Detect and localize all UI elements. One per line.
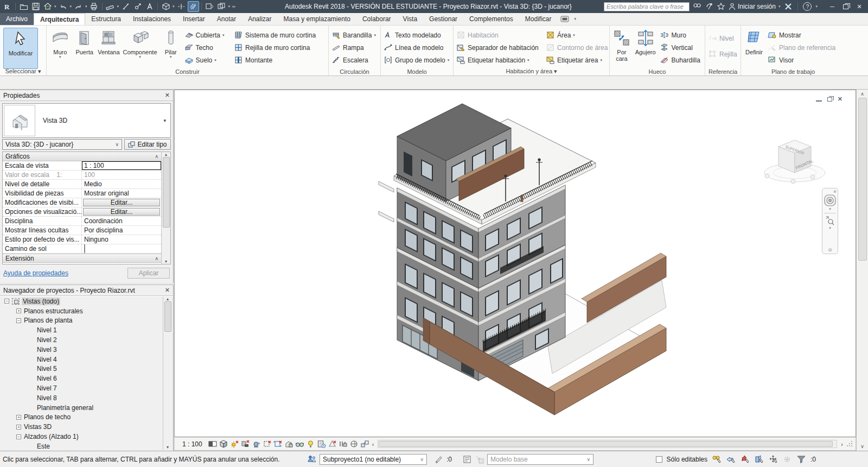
view-minimize-icon[interactable]: [816, 97, 822, 102]
tree-item-nivel-2[interactable]: Nivel 2: [0, 335, 173, 345]
open-icon[interactable]: [18, 1, 29, 12]
vertical-opening-button[interactable]: Vertical: [658, 42, 704, 53]
sun-path-icon[interactable]: [230, 439, 239, 449]
scroll-thumb[interactable]: [163, 157, 170, 228]
tree-item-nivel-7[interactable]: Nivel 7: [0, 383, 173, 393]
scroll-up-icon[interactable]: ▴: [167, 296, 169, 301]
chevron-down-icon[interactable]: ▾: [85, 4, 87, 9]
help-search-input[interactable]: Escriba palabra clave o frase: [604, 2, 690, 11]
apply-button[interactable]: Aplicar: [127, 268, 170, 279]
tab-archivo[interactable]: Archivo: [0, 13, 34, 25]
discipline-value[interactable]: Coordinación: [82, 217, 161, 225]
design-options-icon[interactable]: [434, 455, 444, 464]
show-analytical-model-icon[interactable]: [328, 439, 337, 449]
editable-only-checkbox[interactable]: [656, 456, 662, 463]
active-workset-combo[interactable]: Subproyecto1 (no editable)∨: [320, 454, 427, 465]
horizontal-scrollbar[interactable]: [378, 440, 837, 448]
roof-button[interactable]: Cubierta▾: [183, 29, 232, 41]
scroll-thumb[interactable]: [379, 441, 833, 447]
type-selector[interactable]: Vista 3D ▾: [2, 103, 171, 138]
model-group-button[interactable]: Grupo de modelo▾: [382, 54, 452, 66]
tree-item-planos-de-planta[interactable]: −Planos de planta: [0, 316, 173, 326]
sun-path-checkbox[interactable]: [84, 244, 85, 253]
shaft-opening-button[interactable]: Agujero: [633, 27, 659, 67]
opening-by-face-button[interactable]: Porcara: [611, 27, 633, 67]
tab-anotar[interactable]: Anotar: [211, 13, 242, 25]
chevron-down-icon[interactable]: ▾: [574, 17, 576, 21]
tag-area-button[interactable]: Etiquetar área▾: [544, 54, 608, 66]
tree-item-planimetria-general[interactable]: Planimetría general: [0, 403, 173, 413]
search-icon[interactable]: [693, 2, 702, 11]
chevron-down-icon[interactable]: ▾: [778, 4, 781, 9]
tab-colaborar[interactable]: Colaborar: [356, 13, 397, 25]
worksharing-display-icon[interactable]: [349, 439, 359, 449]
expand-toggle[interactable]: +: [16, 308, 21, 313]
tree-item-este[interactable]: Este: [0, 441, 173, 451]
tree-item-planos-estructurales[interactable]: +Planos estructurales: [0, 306, 173, 316]
curtain-grid-button[interactable]: Rejilla de muro cortina: [232, 42, 327, 53]
close-icon[interactable]: ✕: [165, 287, 170, 294]
render-dialog-icon[interactable]: [252, 439, 261, 449]
model-line-button[interactable]: Línea de modelo: [382, 42, 452, 53]
properties-header[interactable]: Propiedades✕: [0, 90, 173, 101]
active-design-option-combo[interactable]: Modelo base∨: [487, 454, 593, 465]
customize-qat-icon[interactable]: ≂: [232, 4, 236, 9]
section-extension[interactable]: Extensión∧: [3, 254, 161, 263]
view-close-icon[interactable]: ✕: [838, 96, 843, 103]
resize-grip[interactable]: [846, 441, 852, 447]
select-links-icon[interactable]: [712, 455, 722, 464]
navbar-collapse-icon[interactable]: ⊖: [828, 247, 832, 254]
room-button[interactable]: Habitación: [455, 29, 544, 41]
room-separator-button[interactable]: Separador de habitación: [455, 42, 544, 53]
temporary-view-properties-icon[interactable]: [317, 439, 326, 449]
print-icon[interactable]: [88, 1, 100, 12]
worksets-icon[interactable]: [307, 455, 317, 464]
tree-item-nivel-3[interactable]: Nivel 3: [0, 345, 173, 355]
scroll-down-icon[interactable]: ▾: [167, 445, 169, 450]
tree-item-vistas-todo[interactable]: −Vistas (todo): [0, 296, 173, 306]
workplane-viewer-button[interactable]: Visor: [766, 54, 844, 66]
gear-icon[interactable]: [782, 455, 792, 464]
set-workplane-button[interactable]: Definir: [742, 27, 766, 67]
dormer-opening-button[interactable]: Buhardilla: [658, 54, 704, 66]
scale-value-input[interactable]: 1 : 100: [82, 161, 161, 170]
text-icon[interactable]: [144, 1, 155, 12]
close-icon[interactable]: ✕: [165, 92, 170, 99]
detail-level-icon[interactable]: [208, 439, 218, 449]
component-button[interactable]: Componente▾: [121, 27, 159, 67]
ramp-button[interactable]: Rampa: [330, 42, 379, 53]
browser-header[interactable]: Navegador de proyectos - Proyecto Riazor…: [0, 285, 173, 296]
tag-room-button[interactable]: Etiquetar habitación▾: [455, 54, 544, 66]
show-crop-region-icon[interactable]: [273, 439, 283, 449]
zoom-icon[interactable]: [825, 215, 835, 226]
scroll-up-icon[interactable]: ▴: [165, 152, 167, 157]
temporary-hide-isolate-icon[interactable]: [295, 439, 304, 449]
scroll-up-icon[interactable]: ∧: [860, 91, 864, 97]
railing-button[interactable]: Barandilla▾: [330, 29, 379, 41]
drag-on-selection-icon[interactable]: [768, 455, 778, 464]
scroll-down-icon[interactable]: ▾: [165, 259, 167, 264]
modify-button[interactable]: Modificar: [3, 28, 38, 69]
collapse-toggle[interactable]: −: [16, 434, 21, 439]
properties-help-link[interactable]: Ayuda de propiedades: [3, 269, 68, 277]
tag-icon[interactable]: [132, 1, 143, 12]
crop-view-icon[interactable]: [263, 439, 272, 449]
area-boundary-button[interactable]: Contorno de área: [544, 42, 608, 53]
grid-button[interactable]: Rejilla: [706, 48, 739, 60]
show-workplane-button[interactable]: Mostrar: [766, 29, 844, 41]
switch-windows-icon[interactable]: [216, 1, 227, 12]
collapse-icon[interactable]: ∧: [155, 154, 158, 159]
model-text-button[interactable]: Texto modelado: [382, 29, 452, 41]
wall-opening-button[interactable]: Muro: [658, 29, 704, 41]
tab-arquitectura[interactable]: Arquitectura: [34, 13, 85, 25]
chevron-down-icon[interactable]: ▾: [228, 4, 231, 9]
redo-icon[interactable]: [73, 1, 84, 12]
tab-insertar[interactable]: Insertar: [177, 13, 211, 25]
wall-button[interactable]: Muro▾: [48, 27, 73, 67]
scroll-down-icon[interactable]: ∨: [860, 444, 864, 449]
collapse-icon[interactable]: ∧: [155, 256, 158, 261]
collapse-toggle[interactable]: −: [16, 318, 21, 323]
detail-level-value[interactable]: Medio: [82, 180, 161, 188]
favorites-icon[interactable]: [717, 2, 725, 11]
display-options-edit-button[interactable]: Editar...: [83, 208, 160, 216]
